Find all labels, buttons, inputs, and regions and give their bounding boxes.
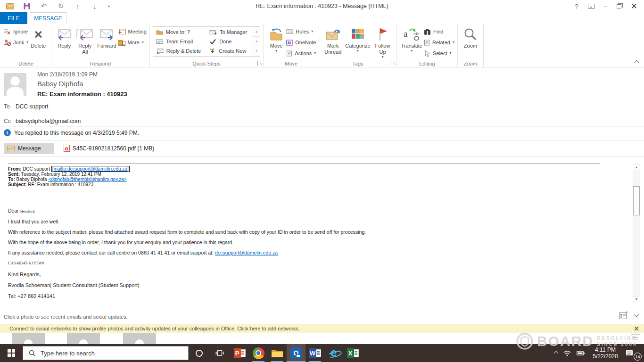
reply-all-button[interactable]: Reply All [74, 25, 96, 56]
quick-steps-scroll[interactable]: ▲▼▼ [253, 27, 260, 56]
delete-button[interactable]: × Delete [28, 25, 48, 49]
translate-button[interactable]: a Translate ▾ [400, 25, 424, 53]
minimize-icon[interactable]: – [604, 3, 607, 10]
move-up-icon[interactable]: ↑ [73, 1, 83, 11]
notification-badge: 14 [634, 353, 642, 361]
people-pane-collapse-chevron-icon[interactable] [634, 312, 639, 317]
group-label-tags: Tags [319, 61, 396, 66]
scroll-up-icon[interactable]: ▲ [633, 164, 640, 170]
junk-button[interactable]: Junk▾ [4, 39, 28, 46]
select-button[interactable]: Select▾ [424, 49, 454, 57]
clock-date: 5/22/2020 [590, 353, 620, 360]
quick-access-toolbar: ↶ ↻ ↑ ↓ ▾ [3, 1, 111, 11]
meeting-button[interactable]: Meeting [118, 28, 147, 35]
social-connector-bar[interactable]: Connect to social networks to show profi… [0, 324, 644, 333]
taskbar-app-powerpoint[interactable]: P [230, 344, 249, 362]
support-email-link[interactable]: dccsupport@damelin.edu.za [215, 250, 278, 255]
close-icon[interactable]: ✕ [631, 1, 637, 11]
quick-step-to-manager[interactable]: To Manager [207, 27, 252, 37]
rules-button[interactable]: Rules▾ [286, 28, 316, 35]
mail-icon[interactable] [5, 1, 15, 11]
windows-logo-icon [8, 349, 15, 357]
system-tray: 4:11 PM 5/22/2020 14 [554, 344, 644, 362]
forward-button[interactable]: Forward [96, 25, 117, 49]
quick-step-reply-delete[interactable]: Reply & Delete [154, 46, 206, 56]
collapse-ribbon-chevron-icon[interactable] [635, 60, 639, 65]
cc-recipient[interactable]: babsydiphofa@gmail.com [16, 118, 81, 124]
titlebar: ↶ ↻ ↑ ↓ ▾ RE: Exam information : 410923 … [0, 0, 644, 12]
from-email-link[interactable]: [mailto:dccsupport@damelin.edu.za] [52, 166, 129, 172]
people-pane-expand-icon[interactable] [631, 334, 640, 342]
quick-step-team-email[interactable]: Team Email [154, 37, 206, 46]
follow-up-button[interactable]: Follow Up ▾ [372, 25, 394, 59]
taskbar-clock[interactable]: 4:11 PM 5/22/2020 [590, 346, 620, 360]
scroll-down-icon[interactable]: ▼ [633, 296, 640, 302]
sender-name[interactable]: Babsy Diphofa [37, 80, 644, 88]
reply-separator [8, 163, 600, 164]
taskbar-app-file-explorer[interactable] [268, 344, 287, 362]
mark-unread-icon [325, 28, 341, 41]
tray-chevron-up-icon[interactable] [554, 351, 559, 355]
onenote-button[interactable]: N OneNote [286, 39, 316, 46]
help-icon[interactable]: ? [575, 3, 578, 10]
cortana-button[interactable] [189, 344, 209, 362]
quick-step-done[interactable]: Done [207, 37, 252, 46]
categorize-button[interactable]: Categorize ▾ [344, 25, 372, 53]
sender-avatar[interactable] [4, 73, 26, 96]
action-center-button[interactable]: 14 [626, 346, 642, 360]
move-button[interactable]: Move ▾ [266, 25, 286, 53]
outlook-message-window: ↶ ↻ ↑ ↓ ▾ RE: Exam information : 410923 … [0, 0, 644, 362]
scrollbar-thumb[interactable] [633, 186, 640, 215]
taskbar-app-internet-explorer[interactable]: e [324, 344, 343, 362]
more-respond-button[interactable]: More▾ [118, 39, 147, 46]
group-label-delete: Delete [1, 61, 51, 66]
ribbon-display-options-icon[interactable]: ▴ [588, 4, 594, 9]
start-button[interactable] [0, 344, 23, 362]
tags-dialog-launcher-icon[interactable]: ↘ [391, 61, 396, 66]
move-down-icon[interactable]: ↓ [90, 1, 100, 11]
task-view-button[interactable] [209, 344, 230, 362]
social-connector-text[interactable]: Connect to social networks to show profi… [9, 326, 300, 331]
tab-message[interactable]: MESSAGE [30, 12, 66, 24]
taskbar-app-outlook[interactable]: O [287, 344, 305, 362]
quick-step-move-to[interactable]: Move to: ? [154, 27, 206, 37]
zoom-icon [463, 27, 478, 41]
taskbar-app-chrome[interactable] [249, 344, 268, 362]
to-recipient[interactable]: DCC support [16, 103, 48, 110]
reply-button[interactable]: Reply [54, 25, 74, 49]
quick-steps-dialog-launcher-icon[interactable]: ↘ [257, 61, 262, 66]
ignore-button[interactable]: Ignore [4, 28, 28, 35]
social-bar-close-icon[interactable]: ✕ [634, 325, 639, 332]
ribbon-group-move: Move ▾ Rules▾ N OneNote Actions▾ Move [264, 24, 319, 67]
attachment-pdf[interactable]: S45C-919021812560.pdf (1 MB) [64, 145, 154, 152]
contact-photo-placeholder[interactable] [67, 333, 100, 344]
people-card-icon[interactable] [619, 312, 628, 320]
save-icon[interactable] [22, 1, 32, 11]
wifi-icon[interactable] [563, 350, 571, 357]
find-button[interactable]: Find [424, 28, 454, 35]
people-photo-strip [0, 333, 644, 344]
folder-icon [156, 29, 163, 35]
contact-photo-placeholder[interactable] [123, 333, 156, 344]
vertical-scrollbar[interactable]: ▲ ▼ [633, 164, 640, 302]
team-email-icon [156, 39, 163, 44]
taskbar-app-word[interactable]: W [305, 344, 324, 362]
restore-icon[interactable] [617, 4, 621, 8]
battery-icon[interactable] [577, 351, 585, 356]
taskbar-app-excel[interactable]: X [343, 344, 362, 362]
taskbar-search-input[interactable]: Type here to search [23, 346, 189, 360]
paragraph: If any assistance needed, please contact… [8, 250, 616, 256]
zoom-button[interactable]: Zoom [461, 25, 480, 49]
actions-button[interactable]: Actions▾ [286, 49, 316, 57]
quick-step-create-new[interactable]: Create New [207, 46, 252, 56]
customize-qat-icon[interactable]: ▾ [107, 4, 111, 8]
contact-photo-placeholder[interactable] [12, 333, 45, 344]
undo-icon[interactable]: ↶ [39, 1, 49, 11]
message-tab[interactable]: Message [4, 143, 54, 154]
related-button[interactable]: Related▾ [424, 39, 454, 46]
to-email-link[interactable]: <diphofab@thembisilehanilm.gov.za> [48, 177, 126, 182]
mark-unread-button[interactable]: Mark Unread [322, 25, 344, 56]
redo-icon[interactable]: ↻ [56, 1, 66, 11]
tab-file[interactable]: FILE [0, 12, 27, 24]
word-icon: W [309, 348, 321, 358]
